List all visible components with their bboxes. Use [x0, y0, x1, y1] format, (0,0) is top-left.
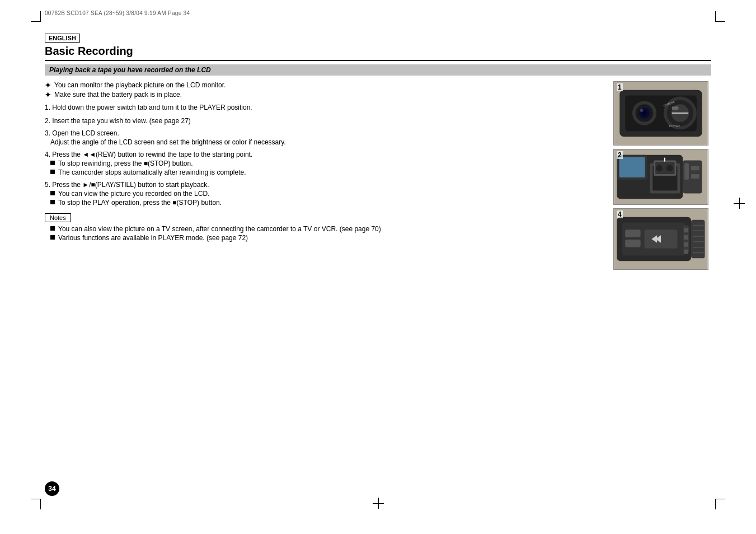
step-2-header: 2. Insert the tape you wish to view. (se…	[45, 117, 602, 125]
svg-rect-25	[684, 163, 689, 180]
step-5-text: Press the ►/■(PLAY/STILL) button to star…	[52, 181, 209, 189]
step-5-number: 5.	[45, 181, 52, 189]
cross-bullet-2: ✦ Make sure that the battery pack is in …	[45, 91, 602, 99]
image-4: 4	[613, 208, 708, 270]
text-column: ✦ You can monitor the playback picture o…	[45, 81, 602, 243]
square-icon-note-2	[50, 235, 55, 240]
image-4-number: 4	[617, 210, 623, 218]
main-content: ENGLISH Basic Recording Playing back a t…	[45, 34, 711, 489]
step-1-text: Hold down the power switch tab and turn …	[52, 104, 252, 111]
english-label: ENGLISH	[45, 34, 80, 43]
svg-rect-40	[684, 250, 688, 254]
svg-rect-35	[625, 240, 640, 247]
cross-bullet-text-2: Make sure that the battery pack is in pl…	[54, 91, 182, 99]
svg-rect-26	[691, 166, 699, 170]
step-5-bullet-text-1: You can view the picture you recorded on…	[58, 190, 209, 198]
step-5: 5. Press the ►/■(PLAY/STILL) button to s…	[45, 181, 602, 207]
notes-box: Notes You can also view the picture on a…	[45, 213, 602, 242]
svg-text:PLAYER: PLAYER	[669, 125, 680, 128]
svg-rect-8	[672, 106, 679, 110]
note-text-1: You can also view the picture on a TV sc…	[58, 225, 381, 233]
svg-rect-34	[625, 229, 640, 237]
square-icon-1	[50, 161, 55, 165]
svg-rect-37	[684, 228, 688, 232]
step-5-header: 5. Press the ►/■(PLAY/STILL) button to s…	[45, 181, 602, 189]
svg-point-22	[656, 165, 663, 171]
square-icon-3	[50, 191, 55, 195]
image-1: 1 CAMERA PLAYER	[613, 81, 708, 146]
section-title: Basic Recording	[45, 45, 711, 61]
svg-point-13	[640, 109, 644, 112]
svg-point-23	[666, 165, 673, 171]
square-icon-2	[50, 170, 55, 174]
camcorder-svg-2	[614, 149, 708, 204]
step-2-text: Insert the tape you wish to view. (see p…	[52, 117, 190, 125]
step-2: 2. Insert the tape you wish to view. (se…	[45, 117, 602, 125]
image-1-number: 1	[617, 83, 623, 91]
step-4-bullet-text-2: The camcorder stops automatically after …	[58, 168, 246, 176]
cross-icon-2: ✦	[45, 91, 51, 99]
step-4-number: 4.	[45, 151, 52, 158]
content-layout: ✦ You can monitor the playback picture o…	[45, 81, 711, 270]
notes-label: Notes	[45, 213, 71, 222]
cross-icon-1: ✦	[45, 81, 51, 90]
header-meta: 00762B SCD107 SEA (28~59) 3/8/04 9:19 AM…	[45, 10, 190, 16]
camcorder-svg-1: CAMERA PLAYER	[614, 82, 708, 145]
camcorder-svg-4	[614, 209, 708, 269]
note-text-2: Various functions are available in PLAYE…	[58, 234, 248, 242]
step-4-bullet-1: To stop rewinding, press the ■(STOP) but…	[50, 160, 602, 167]
step-1-header: 1. Hold down the power switch tab and tu…	[45, 104, 602, 111]
svg-rect-39	[684, 242, 688, 247]
step-4-text: Press the ◄◄(REW) button to rewind the t…	[52, 151, 252, 158]
step-5-bullet-text-2: To stop the PLAY operation, press the ■(…	[58, 199, 222, 207]
note-2: Various functions are available in PLAYE…	[50, 234, 602, 242]
square-icon-note-1	[50, 226, 55, 231]
svg-rect-17	[619, 157, 645, 177]
step-3-number: 3.	[45, 129, 52, 137]
step-5-bullet-2: To stop the PLAY operation, press the ■(…	[50, 199, 602, 207]
step-3-text: Open the LCD screen.	[52, 129, 119, 137]
image-2: 2	[613, 149, 708, 205]
step-3-header: 3. Open the LCD screen.	[45, 129, 602, 137]
step-1: 1. Hold down the power switch tab and tu…	[45, 104, 602, 111]
step-1-number: 1.	[45, 104, 52, 111]
svg-rect-38	[684, 235, 688, 240]
step-3-sub: Adjust the angle of the LCD screen and s…	[50, 138, 602, 146]
subtitle-banner: Playing back a tape you have recorded on…	[45, 64, 711, 76]
step-4-header: 4. Press the ◄◄(REW) button to rewind th…	[45, 151, 602, 158]
step-3: 3. Open the LCD screen. Adjust the angle…	[45, 129, 602, 146]
note-1: You can also view the picture on a TV sc…	[50, 225, 602, 233]
step-4: 4. Press the ◄◄(REW) button to rewind th…	[45, 151, 602, 176]
square-icon-4	[50, 200, 55, 204]
step-4-bullet-text-1: To stop rewinding, press the ■(STOP) but…	[58, 160, 192, 167]
cross-bullet-text-1: You can monitor the playback picture on …	[54, 81, 226, 89]
svg-rect-27	[691, 174, 699, 179]
image-2-number: 2	[617, 151, 623, 159]
image-column: 1 CAMERA PLAYER	[613, 81, 711, 270]
cross-bullet-1: ✦ You can monitor the playback picture o…	[45, 81, 602, 90]
step-2-number: 2.	[45, 117, 52, 125]
page-number: 34	[45, 481, 59, 496]
step-5-bullet-1: You can view the picture you recorded on…	[50, 190, 602, 198]
step-4-bullet-2: The camcorder stops automatically after …	[50, 168, 602, 176]
